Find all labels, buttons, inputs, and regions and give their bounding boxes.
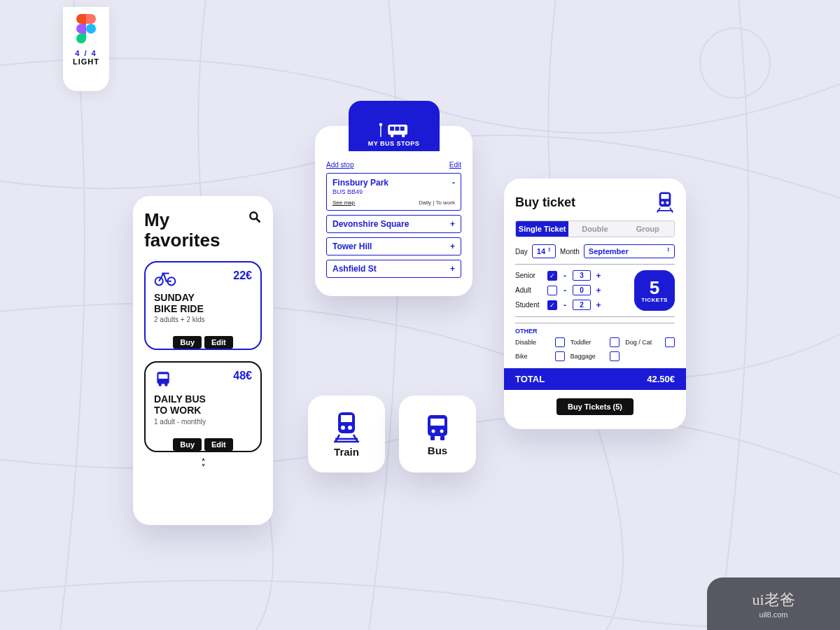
other-option: Dog / Cat (625, 337, 675, 347)
other-option: Toddler (570, 337, 620, 347)
bus-stop-icon (379, 122, 410, 139)
favorite-price: 22€ (233, 270, 252, 282)
svg-point-19 (341, 426, 345, 430)
train-icon (655, 191, 675, 214)
svg-line-2 (257, 219, 260, 223)
buy-button[interactable]: Buy (173, 438, 202, 451)
stop-name: Finsbury Park (332, 178, 388, 188)
badge-number: 4 / 4 (75, 49, 97, 57)
svg-rect-14 (400, 127, 404, 131)
passenger-row: Adult-0+ (515, 285, 627, 295)
favorite-name: SUNDAY BIKE RIDE (154, 292, 252, 314)
bus-stop-row[interactable]: Tower Hill+ (326, 237, 461, 255)
plus-button[interactable]: + (595, 300, 602, 310)
tab-double[interactable]: Double (568, 221, 621, 237)
stepper-icon[interactable]: ˄˅ (667, 249, 670, 254)
bus-stop-expanded[interactable]: Finsbury Park- BUS BB49 See mapDaily | T… (326, 173, 461, 211)
minus-button[interactable]: - (561, 271, 568, 281)
checkbox[interactable] (547, 286, 557, 295)
favorite-sub: 2 adults + 2 kids (154, 316, 252, 323)
svg-point-30 (666, 202, 668, 204)
passenger-row: Student✓-2+ (515, 300, 627, 310)
svg-point-0 (700, 28, 770, 98)
buy-button[interactable]: Buy (173, 336, 202, 349)
svg-rect-9 (380, 125, 381, 137)
tab-single[interactable]: Single Ticket (516, 221, 568, 237)
svg-rect-12 (390, 127, 394, 131)
bus-stops-tab: MY BUS STOPS (349, 101, 440, 151)
edit-stops-link[interactable]: Edit (449, 161, 461, 169)
total-bar: TOTAL 42.50€ (504, 368, 686, 390)
train-tile[interactable]: Train (308, 396, 385, 472)
qty-field[interactable]: 0 (573, 285, 591, 295)
favorite-price: 48€ (233, 370, 252, 382)
checkbox[interactable] (555, 351, 565, 361)
checkbox[interactable] (555, 337, 565, 347)
qty-field[interactable]: 2 (573, 300, 591, 310)
stop-tag: Daily | To work (419, 200, 455, 206)
stop-sub: BUS BB49 (332, 188, 455, 195)
svg-point-29 (661, 202, 664, 204)
month-label: Month (560, 248, 580, 255)
other-label: OTHER (515, 323, 675, 335)
svg-point-23 (432, 429, 435, 433)
tile-label: Train (334, 446, 359, 458)
checkbox[interactable] (610, 351, 620, 361)
tab-group[interactable]: Group (622, 221, 674, 237)
edit-button[interactable]: Edit (204, 438, 233, 451)
ticket-title: Buy ticket (515, 195, 575, 210)
stepper-icon[interactable]: ˄˅ (548, 249, 551, 254)
checkbox[interactable] (665, 337, 675, 347)
see-map-link[interactable]: See map (332, 200, 355, 206)
other-option: Bike (515, 351, 565, 361)
svg-point-7 (159, 384, 162, 386)
other-option: Baggage (570, 351, 620, 361)
svg-rect-25 (430, 436, 435, 440)
svg-rect-13 (395, 127, 399, 131)
day-stepper[interactable]: 14˄˅ (532, 244, 556, 258)
checkbox[interactable]: ✓ (547, 271, 557, 281)
other-option: Disable (515, 337, 565, 347)
bus-stop-row[interactable]: Devonshire Square+ (326, 215, 461, 233)
expand-icon[interactable]: + (450, 241, 455, 251)
minus-button[interactable]: - (561, 286, 568, 295)
favorite-item[interactable]: 48€ DAILY BUS TO WORK 1 adult - monthly … (144, 361, 262, 451)
bus-stops-card: MY BUS STOPS Add stop Edit Finsbury Park… (315, 126, 472, 296)
bus-icon (154, 370, 172, 388)
scroll-indicator-icon[interactable]: ˄˅ (144, 459, 262, 470)
buy-ticket-card: Buy ticket Single Ticket Double Group Da… (504, 178, 686, 429)
train-icon (332, 411, 360, 443)
plus-button[interactable]: + (595, 271, 602, 281)
svg-point-1 (250, 212, 257, 219)
passenger-row: Senior✓-3+ (515, 270, 627, 281)
figma-badge: 4 / 4 LIGHT (63, 7, 109, 91)
ticket-tabs: Single Ticket Double Group (515, 220, 675, 237)
plus-button[interactable]: + (595, 286, 602, 295)
buy-tickets-button[interactable]: Buy Tickets (5) (556, 398, 634, 415)
bus-tile[interactable]: Bus (399, 396, 476, 472)
figma-logo-icon (76, 14, 96, 43)
svg-point-16 (402, 134, 405, 137)
checkbox[interactable]: ✓ (547, 300, 557, 310)
month-stepper[interactable]: September˄˅ (584, 244, 675, 258)
search-icon[interactable] (248, 210, 262, 224)
minus-button[interactable]: - (561, 300, 568, 310)
favorites-card: My favorites 22€ SUNDAY BIKE RIDE 2 adul… (133, 196, 273, 525)
svg-rect-6 (159, 374, 168, 379)
bus-stop-row[interactable]: Ashfield St+ (326, 260, 461, 278)
favorite-name: DAILY BUS TO WORK (154, 393, 252, 416)
expand-icon[interactable]: + (450, 219, 455, 229)
svg-point-15 (390, 134, 393, 137)
edit-button[interactable]: Edit (204, 336, 233, 349)
total-amount: 42.50€ (647, 374, 675, 384)
bus-icon (424, 412, 451, 442)
favorite-item[interactable]: 22€ SUNDAY BIKE RIDE 2 adults + 2 kids B… (144, 261, 262, 350)
svg-rect-18 (341, 415, 352, 422)
svg-point-20 (348, 426, 352, 430)
collapse-icon[interactable]: - (452, 178, 455, 188)
add-stop-link[interactable]: Add stop (326, 161, 354, 169)
svg-point-24 (440, 429, 444, 433)
expand-icon[interactable]: + (450, 264, 455, 274)
qty-field[interactable]: 3 (573, 270, 591, 281)
checkbox[interactable] (610, 337, 620, 347)
